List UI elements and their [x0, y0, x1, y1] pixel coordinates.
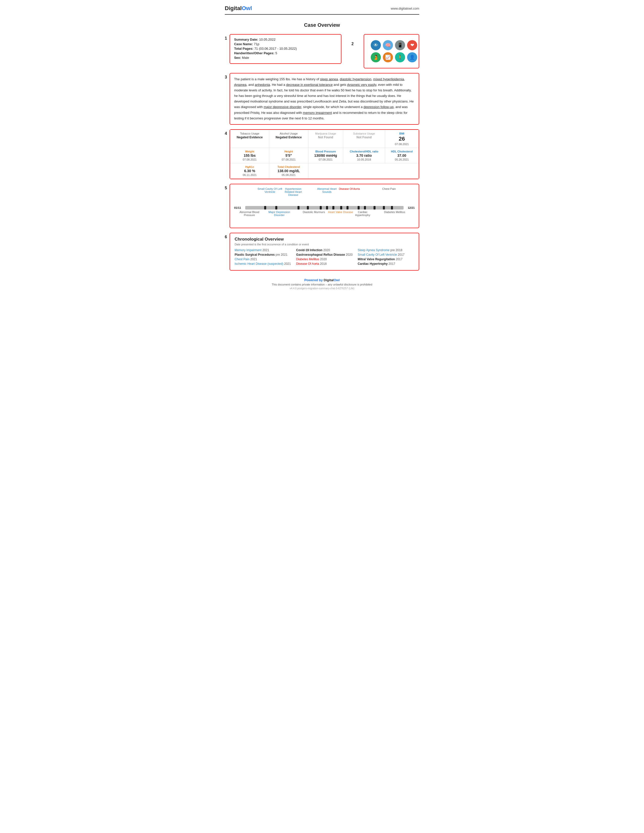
cholesterol-ratio-value: 3.70 ratio [346, 153, 382, 158]
hba1c-date: 06.11.2021 [233, 174, 266, 177]
chron-col-3: Sleep Apnea Syndrome pre 2018 Small Cavi… [357, 248, 414, 267]
height-label: Height [272, 150, 305, 153]
header: DigitalOwl www.digitalowl.com [225, 5, 419, 14]
substance-cell: Substance Usage Not Found [343, 130, 385, 148]
total-cholesterol-value: 138.00 mg/dL [272, 169, 305, 173]
walk-icon: 🚶 [395, 52, 405, 62]
case-name-label: Case Name: [234, 42, 253, 46]
chron-item-mitral: Mitral Valve Regurgitation 2017 [357, 257, 414, 261]
chron-year-covid: 2020 [323, 248, 330, 252]
section-5-number: 5 [225, 184, 230, 190]
summary-icons-row: Summary Date: 10.05.2022 Case Name: 71p … [230, 34, 419, 68]
tl-marker-6 [326, 206, 328, 209]
chron-title: Chronological Overview [235, 237, 414, 242]
height-value: 5'5" [272, 153, 305, 158]
chron-item-cardiac: Cardiac Hypertrophy 2017 [357, 262, 414, 265]
timeline-bottom-labels: Abnormal BloodPressure Major DepressionD… [234, 211, 415, 225]
section-4-row: 4 Tobacco Usage Negated Evidence Alcohol… [225, 129, 419, 179]
eye-icon: 👁 [371, 40, 381, 50]
narrative-text: The patient is a male weighing 155 lbs. … [234, 77, 415, 121]
tl-marker-7 [332, 206, 334, 209]
chron-year-aorta: 2018 [320, 262, 327, 265]
logo-thin: Owl [242, 5, 252, 11]
icons-box: 👁 🧠 📱 ❤ 🫄 📈 🚶 👤 [364, 34, 419, 68]
cholesterol-ratio-cell: Cholesterol/HDL ratio 3.70 ratio 10.05.2… [343, 148, 385, 163]
alcohol-label: Alcohol Usage [272, 132, 305, 135]
marijuana-label: Marijuana Usage [311, 132, 340, 135]
weight-value: 155 lbs [233, 153, 266, 158]
chron-col-2: Covid-19 Infection 2020 Gastroesophageal… [296, 248, 353, 267]
icons-grid: 👁 🧠 📱 ❤ 🫄 📈 🚶 👤 [368, 38, 415, 65]
hdl-label: HDL Cholesterol [388, 150, 416, 153]
empty-cell [308, 163, 419, 178]
substance-label: Substance Usage [346, 132, 382, 135]
height-cell: Height 5'5" 07.08.2021 [269, 148, 308, 163]
tl-marker-13 [383, 206, 385, 209]
section-6-row: 6 Chronological Overview Date presented … [225, 233, 419, 270]
sex-value: Male [242, 56, 249, 60]
section-3-number: 3 [225, 73, 230, 79]
hba1c-cell: HgA1c 6.30 % 06.11.2021 [230, 163, 269, 178]
hba1c-value: 6.30 % [233, 169, 266, 173]
website-url: www.digitalowl.com [391, 6, 419, 10]
bmi-value: 26 [388, 135, 416, 142]
section-3-row: 3 The patient is a male weighing 155 lbs… [225, 73, 419, 125]
chron-condition-small-cavity: Small Cavity Of Left Ventricle [357, 253, 397, 256]
page-title: Case Overview [225, 22, 419, 28]
tl-label-small-cavity: Small Cavity Of LeftVentricle [258, 187, 282, 193]
tl-marker-12 [374, 206, 375, 209]
heart-icon: ❤ [407, 40, 417, 50]
tl-marker-11 [364, 206, 366, 209]
chron-subtitle: Date presented is the first occurrence o… [235, 243, 414, 246]
total-cholesterol-label: Total Cholesterol [272, 165, 305, 168]
sex-line: Sex: Male [234, 56, 337, 60]
chron-year-chest: 2021 [250, 257, 257, 261]
tl-bar [245, 206, 404, 209]
weight-cell: Weight 155 lbs 07.08.2021 [230, 148, 269, 163]
chron-year-memory: 2021 [262, 248, 269, 252]
chron-condition-covid: Covid-19 Infection [296, 248, 322, 252]
weight-label: Weight [233, 150, 266, 153]
chron-item-covid: Covid-19 Infection 2020 [296, 248, 353, 252]
vitals-row-3: HgA1c 6.30 % 06.11.2021 Total Cholestero… [230, 163, 419, 178]
chart-icon: 📈 [383, 52, 393, 62]
tl-label-hypertension: HypertensionRelated HeartDisease [285, 187, 302, 196]
chron-item-ischemic: Ischemic Heart Disease (suspected) 2021 [235, 262, 291, 265]
handwritten-value: 5 [275, 51, 277, 55]
tl-marker-8 [340, 206, 342, 209]
tl-start: 01/11 [234, 206, 244, 209]
section-3-box: The patient is a male weighing 155 lbs. … [230, 73, 419, 125]
chron-condition-ischemic: Ischemic Heart Disease (suspected) [235, 262, 283, 265]
summary-box: Summary Date: 10.05.2022 Case Name: 71p … [230, 34, 341, 64]
height-date: 07.08.2021 [272, 158, 305, 161]
section-1-2-row: 1 Summary Date: 10.05.2022 Case Name: 71… [225, 34, 419, 68]
hba1c-label: HgA1c [233, 165, 266, 168]
chron-condition-memory: Memory Impairment [235, 248, 262, 252]
tl-label-major-depression: Major DepressionDisorder [269, 211, 290, 217]
tl-marker-14 [391, 206, 393, 209]
tl-marker-9 [346, 206, 349, 209]
chron-condition-aorta: Disease Of Aorta [296, 262, 319, 265]
bp-value: 130/80 mmHg [311, 153, 340, 158]
timeline-bar-row: 01/11 12/ [234, 206, 415, 209]
chron-condition-diabetes: Diabetes Mellitus [296, 257, 319, 261]
chron-condition-sleep-apnea: Sleep Apnea Syndrome [357, 248, 390, 252]
case-name-value: 71p [254, 42, 259, 46]
footer-logo-bold: Digital [324, 278, 334, 282]
chron-item-diabetes: Diabetes Mellitus 2020 [296, 257, 353, 261]
chron-year-mitral: 2017 [396, 257, 402, 261]
chron-condition-gerd: Gastroesophageal Reflux Disease [296, 253, 345, 256]
bp-cell: Blood Pressure 130/80 mmHg 07.08.2021 [308, 148, 343, 163]
tl-end: 12/21 [405, 206, 415, 209]
vitals-row-1: Tobacco Usage Negated Evidence Alcohol U… [230, 130, 419, 148]
chron-year-diabetes: 2020 [320, 257, 327, 261]
bp-date: 07.08.2021 [311, 158, 340, 161]
chron-year-small-cavity: 2017 [398, 253, 404, 256]
hdl-date: 05.26.2021 [388, 158, 416, 161]
section-1-content: Summary Date: 10.05.2022 Case Name: 71p … [230, 34, 419, 68]
tl-label-abnormal-bp: Abnormal BloodPressure [240, 211, 259, 217]
tobacco-cell: Tobacco Usage Negated Evidence [230, 130, 269, 148]
phone-icon: 📱 [395, 40, 405, 50]
footer-powered-label: Powered by [304, 278, 323, 282]
bmi-label: BMI [388, 132, 416, 135]
